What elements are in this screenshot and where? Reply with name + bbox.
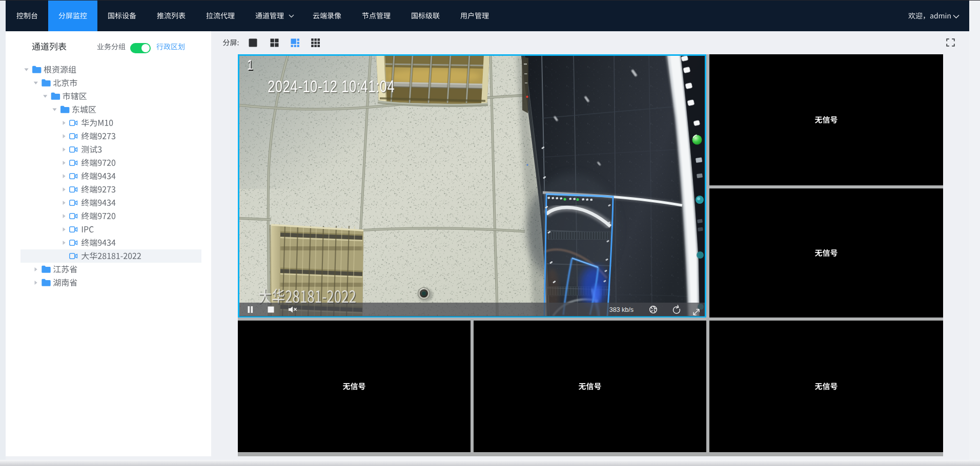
- svg-text:383 kb/s: 383 kb/s: [609, 306, 634, 313]
